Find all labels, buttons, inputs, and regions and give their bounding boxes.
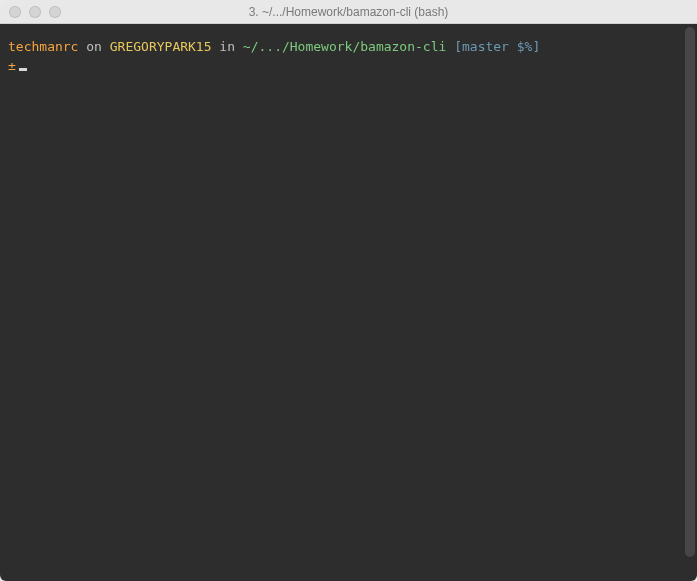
prompt-symbol: ±: [8, 58, 16, 73]
prompt-in: in: [212, 39, 243, 54]
prompt-line-1: techmanrc on GREGORYPARK15 in ~/.../Home…: [8, 38, 689, 56]
prompt-user: techmanrc: [8, 39, 78, 54]
terminal-body[interactable]: techmanrc on GREGORYPARK15 in ~/.../Home…: [0, 24, 697, 581]
window-title: 3. ~/.../Homework/bamazon-cli (bash): [0, 5, 697, 19]
prompt-path: ~/.../Homework/bamazon-cli: [243, 39, 447, 54]
maximize-icon[interactable]: [49, 6, 61, 18]
prompt-git: [master $%]: [446, 39, 540, 54]
prompt-host: GREGORYPARK15: [110, 39, 212, 54]
cursor-icon: [19, 68, 27, 71]
prompt-line-2: ±: [8, 57, 689, 75]
terminal-window: 3. ~/.../Homework/bamazon-cli (bash) tec…: [0, 0, 697, 581]
traffic-lights: [0, 6, 61, 18]
scrollbar-thumb[interactable]: [685, 27, 695, 557]
titlebar[interactable]: 3. ~/.../Homework/bamazon-cli (bash): [0, 0, 697, 24]
prompt-on: on: [78, 39, 109, 54]
minimize-icon[interactable]: [29, 6, 41, 18]
close-icon[interactable]: [9, 6, 21, 18]
